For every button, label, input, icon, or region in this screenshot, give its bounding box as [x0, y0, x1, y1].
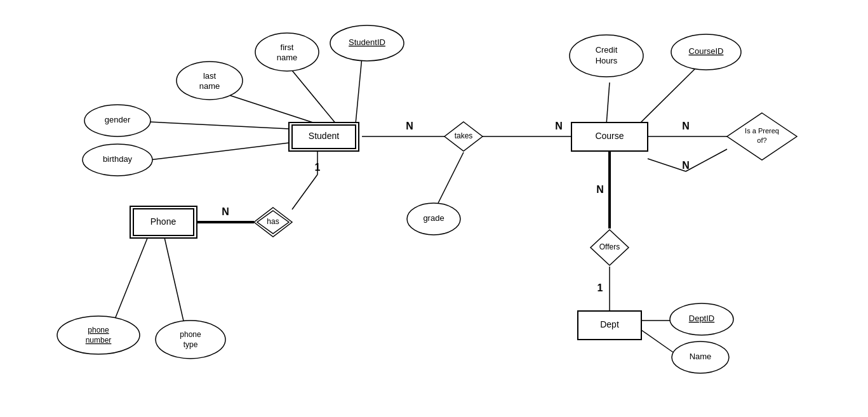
n-label-offers-dept: 1	[598, 282, 603, 293]
line-phone-phonetype	[164, 235, 184, 324]
entity-course-label: Course	[595, 131, 624, 141]
line-phone-phonenumber	[114, 234, 149, 321]
attr-phonenumber-label1: phone	[88, 326, 109, 334]
entity-phone-label: Phone	[150, 216, 177, 227]
entity-dept-label: Dept	[600, 319, 619, 329]
n-label-student-takes: N	[406, 121, 413, 131]
relationship-has-label: has	[267, 217, 279, 226]
relationship-prereq-label2: of?	[757, 136, 766, 144]
line-student-lastname	[225, 94, 321, 125]
attr-phonenumber-label2: number	[86, 336, 112, 345]
attr-phonetype	[156, 321, 225, 359]
attr-firstname-label2: name	[277, 53, 298, 62]
attr-name-label: Name	[690, 352, 712, 361]
n-label-prereq-course-n: N	[682, 160, 690, 171]
line-takes-grade	[438, 152, 464, 203]
attr-grade-label: grade	[423, 213, 444, 223]
entity-student-label: Student	[309, 131, 339, 141]
line-course-credithours	[606, 83, 610, 124]
n-label-student-has: 1	[315, 162, 321, 173]
n-label-course-offers: N	[596, 184, 604, 195]
line-student-studentid	[356, 57, 362, 124]
line-student-has-diag	[292, 175, 317, 209]
line-prereq-course-bot1	[686, 149, 727, 171]
line-course-courseid	[638, 69, 695, 125]
attr-lastname-label2: name	[199, 81, 220, 91]
n-label-phone-has: N	[222, 206, 229, 217]
attr-birthday-label: birthday	[103, 154, 133, 164]
attr-studentid-label: StudentID	[349, 37, 385, 47]
n-label-course-prereq: N	[682, 121, 690, 131]
attr-deptid-label: DeptID	[689, 314, 714, 323]
attr-phonetype-label2: type	[184, 340, 198, 349]
relationship-offers-label: Offers	[599, 242, 620, 251]
line-student-firstname	[289, 67, 337, 124]
attr-credithours-label1: Credit	[596, 45, 618, 55]
attr-firstname-label1: first	[281, 43, 294, 52]
line-dept-name	[641, 330, 673, 352]
attr-phonetype-label1: phone	[180, 330, 201, 339]
attr-gender-label: gender	[105, 115, 131, 124]
relationship-prereq-label: Is a Prereq	[745, 127, 779, 135]
attr-lastname-label1: last	[203, 71, 217, 81]
relationship-takes-label: takes	[455, 131, 473, 140]
attr-phonenumber	[57, 316, 140, 354]
line-prereq-course-bot2	[648, 159, 686, 171]
attr-courseid-label: CourseID	[689, 46, 724, 56]
er-diagram: N N 1 N N N N 1 Student Course Phone Dep…	[0, 0, 868, 417]
n-label-takes-course: N	[555, 121, 563, 131]
attr-credithours-label2: Hours	[596, 56, 618, 65]
